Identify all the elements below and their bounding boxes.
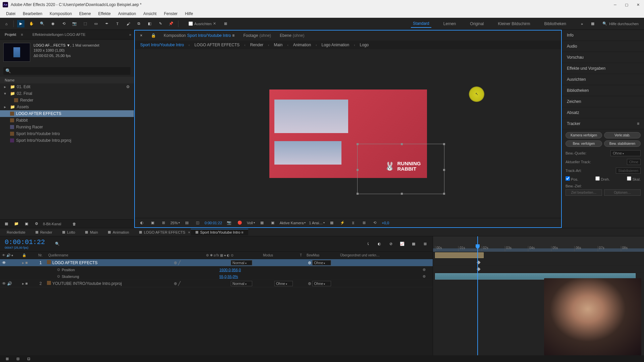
layer-1-clip[interactable]: [435, 252, 484, 258]
project-item[interactable]: ▸ 📁Assets: [0, 104, 134, 110]
viewer-tab[interactable]: Komposition Sport Intro/Youtube Intro ≡: [162, 32, 236, 39]
text-tool[interactable]: T: [114, 20, 121, 27]
panel-overflow-icon[interactable]: »: [129, 33, 131, 37]
project-item[interactable]: LOGO AFTER EFFECTS: [0, 110, 134, 117]
selection-box[interactable]: [357, 144, 444, 194]
delete-icon[interactable]: 🗑: [70, 220, 78, 228]
new-folder-icon[interactable]: 📁: [13, 220, 20, 228]
clone-tool[interactable]: ⧉: [135, 20, 143, 27]
edit-target-button[interactable]: Ziel bearbeiten…: [566, 189, 602, 196]
breadcrumb-item[interactable]: Animation: [292, 42, 312, 48]
project-item[interactable]: ▸ 📁01. Edit⚙: [0, 83, 134, 90]
project-settings-icon[interactable]: ⚙: [33, 220, 40, 228]
mask-icon[interactable]: ▣: [149, 219, 156, 227]
breadcrumb-item[interactable]: Logo: [359, 42, 370, 48]
name-column-header[interactable]: Name: [0, 77, 134, 83]
puppet-tool[interactable]: 📌: [167, 20, 175, 27]
track-motion-button[interactable]: Bew. verfolgen: [566, 140, 602, 147]
layer-1-track[interactable]: [433, 252, 644, 259]
timeline-tab[interactable]: Animation: [103, 229, 134, 235]
timeline-tab[interactable]: LOGO AFTER EFFECTS: [135, 229, 190, 235]
rotation-checkbox[interactable]: [595, 176, 600, 181]
views-dropdown[interactable]: 1 Ansi…: [309, 221, 325, 225]
search-help-input[interactable]: Hilfe durchsuchen: [609, 22, 639, 26]
menu-hilfe[interactable]: Hilfe: [182, 10, 196, 17]
interpret-footage-icon[interactable]: ▦: [3, 220, 10, 228]
fast-previews-icon[interactable]: ⚡: [339, 219, 346, 227]
breadcrumb-item[interactable]: LOGO AFTER EFFECTS: [193, 42, 241, 48]
pan-behind-tool[interactable]: ⬚: [82, 20, 89, 27]
resolution-dropdown[interactable]: Voll: [247, 221, 255, 225]
guides-icon[interactable]: ⊞: [160, 219, 167, 227]
breadcrumb-item[interactable]: Logo Animation: [320, 42, 351, 48]
viewer-tab[interactable]: Ebene (ohne): [278, 32, 306, 39]
track-camera-button[interactable]: Kamera verfolgen: [566, 132, 602, 138]
minimize-button[interactable]: ─: [612, 1, 619, 8]
timeline-tab[interactable]: Sport Intro/Youtube Intro ≡: [191, 229, 248, 235]
shape-tool[interactable]: ▭: [92, 20, 100, 27]
menu-komposition[interactable]: Komposition: [47, 10, 74, 17]
menu-bearbeiten[interactable]: Bearbeiten: [20, 10, 45, 17]
breadcrumb-item[interactable]: Render: [249, 42, 265, 48]
brush-tool[interactable]: 🖌: [124, 20, 132, 27]
project-item[interactable]: Rabbit: [0, 117, 134, 124]
timecode-display[interactable]: 0:00:01:22: [205, 221, 222, 225]
channel-icon[interactable]: 🔴: [236, 219, 244, 227]
motion-blur-icon[interactable]: ⊘: [387, 240, 394, 248]
timeline-layer-row[interactable]: 👁 🔊 ▸ ■ 2 YOUTUBE INTRO/Youtube Intro.pr…: [0, 280, 433, 287]
timeline-property-row[interactable]: ⊙Position1600,0,956,0⊚: [0, 266, 433, 273]
alpha-icon[interactable]: ◐: [138, 219, 146, 227]
new-comp-icon[interactable]: ▣: [23, 220, 30, 228]
workspace-tab-kleiner-bildschirm[interactable]: Kleiner Bildschirm: [496, 20, 532, 27]
panel-header-vorschau[interactable]: Vorschau: [562, 52, 644, 63]
viewer-tab[interactable]: Footage (ohne): [241, 32, 273, 39]
playhead[interactable]: [477, 236, 478, 355]
eraser-tool[interactable]: ◧: [146, 20, 153, 27]
nr-column-header[interactable]: Nr.: [36, 253, 46, 257]
panel-header-bibliotheken[interactable]: Bibliotheken: [562, 85, 644, 96]
scale-track[interactable]: [433, 266, 644, 273]
menu-ebene[interactable]: Ebene: [76, 10, 94, 17]
project-item[interactable]: Sport Intro/Youtube Intro.prproj: [0, 137, 134, 144]
maximize-button[interactable]: ▢: [623, 1, 630, 8]
exposure-value[interactable]: +0,0: [382, 221, 389, 225]
exposure-reset-icon[interactable]: ⟲: [371, 219, 378, 227]
snapshot-icon[interactable]: 📷: [225, 219, 233, 227]
workspace-overflow-icon[interactable]: »: [578, 20, 586, 27]
scale-checkbox[interactable]: [627, 176, 631, 181]
warp-stabilizer-button[interactable]: Verkr.stab.: [604, 132, 641, 138]
menu-animation[interactable]: Animation: [115, 10, 139, 17]
item-settings-icon[interactable]: ⚙: [126, 84, 130, 89]
hand-tool[interactable]: ✋: [28, 20, 35, 27]
draft-icon[interactable]: ▦: [410, 240, 417, 248]
menu-datei[interactable]: Datei: [3, 10, 18, 17]
viewer-canvas[interactable]: 🐰 RUNNING RABBIT: [135, 49, 561, 218]
matte-t-column-header[interactable]: T: [298, 253, 305, 257]
timeline-property-row[interactable]: ⊙Skalierung55,0,55,0%⊚: [0, 273, 433, 280]
mode-column-header[interactable]: Modus: [261, 253, 298, 257]
position-checkbox[interactable]: [566, 176, 570, 181]
camera-dropdown[interactable]: Aktive Kamera: [280, 221, 306, 225]
project-item[interactable]: ▾ 📁02. Final: [0, 90, 134, 97]
panel-header-zeichen[interactable]: Zeichen: [562, 96, 644, 107]
close-tab-icon[interactable]: ×: [188, 230, 190, 234]
close-tab-icon[interactable]: ×: [138, 32, 145, 39]
rotate-tool[interactable]: ⟲: [60, 20, 67, 27]
close-button[interactable]: ✕: [635, 1, 641, 8]
panel-header-info[interactable]: Info: [562, 30, 644, 41]
options-button[interactable]: Optionen…: [604, 189, 641, 196]
snap-checkbox[interactable]: [189, 21, 193, 26]
timeline-tab[interactable]: Renderliste: [2, 229, 30, 235]
panel-header-ausrichten[interactable]: Ausrichten: [562, 74, 644, 85]
timeline-tab[interactable]: Lotto: [58, 229, 80, 235]
home-icon[interactable]: ⌂: [3, 20, 10, 27]
frame-blend-icon[interactable]: ◐: [376, 240, 383, 248]
matte-column-header[interactable]: BewMas: [305, 253, 338, 257]
graph-editor-icon[interactable]: 📈: [398, 240, 406, 248]
workspace-tab-standard[interactable]: Standard: [411, 20, 431, 28]
timeline-timecode[interactable]: 0:00:01:22: [0, 238, 47, 246]
project-tab-menu-icon[interactable]: ≡: [21, 33, 23, 37]
switches-icon[interactable]: ⊞: [421, 240, 429, 248]
project-item[interactable]: Running Racer: [0, 124, 134, 130]
project-tab[interactable]: Projekt: [3, 31, 18, 38]
